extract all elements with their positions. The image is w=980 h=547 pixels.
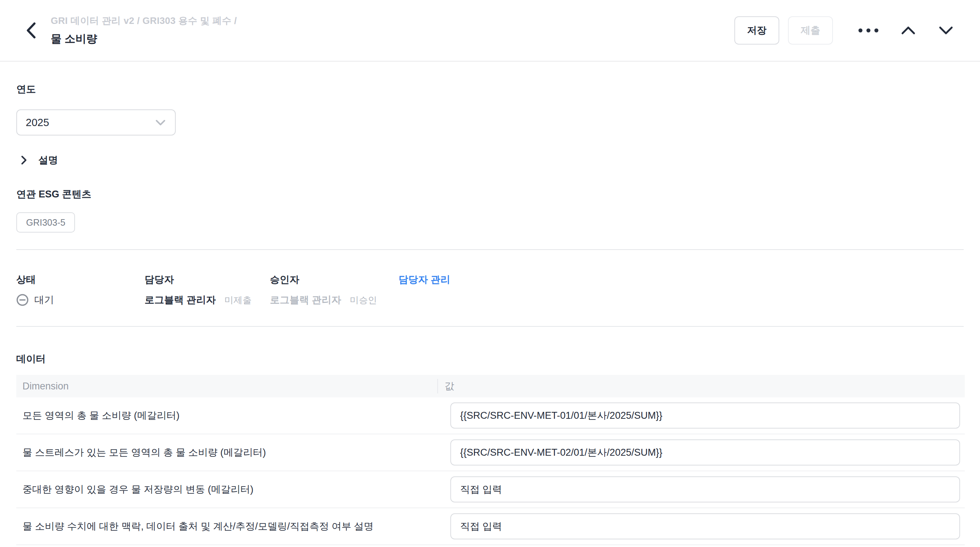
data-table: Dimension 값 모든 영역의 총 물 소비량 (메갈리터) 물 스트레스…	[16, 375, 965, 545]
description-label: 설명	[38, 154, 58, 167]
value-cell	[437, 476, 965, 502]
breadcrumb: GRI 데이터 관리 v2 / GRI303 용수 및 폐수 /	[51, 14, 237, 27]
page-title: 물 소비량	[51, 32, 237, 46]
column-header-value: 값	[437, 379, 965, 393]
dimension-cell: 중대한 영향이 있을 경우 물 저장량의 변동 (메갈리터)	[16, 483, 437, 496]
data-section-label: 데이터	[16, 327, 964, 365]
related-content-label: 연관 ESG 콘텐츠	[16, 188, 964, 200]
value-input[interactable]	[450, 402, 960, 429]
toolbar-actions: 저장 제출	[734, 16, 958, 45]
assignee-column: 담당자 로그블랙 관리자 미제출	[145, 274, 270, 307]
value-input[interactable]	[450, 513, 960, 539]
value-input[interactable]	[450, 439, 960, 466]
submit-button[interactable]: 제출	[788, 16, 833, 45]
next-item-button[interactable]	[934, 19, 958, 42]
chevron-down-icon	[156, 119, 165, 126]
status-column: 상태 대기	[16, 274, 145, 307]
approver-badge: 미승인	[350, 294, 377, 306]
more-menu-button[interactable]	[857, 19, 880, 42]
dimension-cell: 모든 영역의 총 물 소비량 (메갈리터)	[16, 409, 437, 422]
chevron-left-icon	[26, 22, 37, 39]
value-cell	[437, 439, 965, 466]
dimension-cell: 물 스트레스가 있는 모든 영역의 총 물 소비량 (메갈리터)	[16, 446, 437, 459]
status-section: 상태 대기 담당자 로그블랙 관리자 미제출 승인자	[16, 250, 964, 307]
toolbar: GRI 데이터 관리 v2 / GRI303 용수 및 폐수 / 물 소비량 저…	[0, 0, 980, 62]
related-tag-chip[interactable]: GRI303-5	[16, 212, 75, 232]
table-row: 모든 영역의 총 물 소비량 (메갈리터)	[16, 398, 965, 434]
value-cell	[437, 402, 965, 429]
back-button[interactable]	[22, 19, 40, 42]
approver-label: 승인자	[270, 274, 399, 285]
ellipsis-icon	[858, 28, 878, 33]
manage-column: 담당자 관리	[399, 274, 450, 307]
column-header-dimension: Dimension	[16, 381, 437, 392]
year-select[interactable]: 2025	[16, 110, 176, 135]
manage-assignees-link[interactable]: 담당자 관리	[399, 274, 450, 285]
year-select-value: 2025	[26, 117, 49, 129]
save-button[interactable]: 저장	[734, 16, 779, 45]
related-content-tags: GRI303-5	[16, 212, 964, 232]
chevron-right-icon	[21, 156, 27, 165]
approver-value: 로그블랙 관리자 미승인	[270, 293, 399, 307]
assignee-label: 담당자	[145, 274, 270, 285]
year-label: 연도	[16, 83, 964, 95]
assignee-badge: 미제출	[224, 294, 252, 306]
prev-item-button[interactable]	[897, 19, 920, 42]
content: 연도 2025 설명 연관 ESG 콘텐츠 GRI303-5 상태	[0, 83, 980, 545]
description-toggle[interactable]: 설명	[16, 154, 964, 167]
status-state-text: 대기	[34, 293, 54, 307]
value-input[interactable]	[450, 476, 960, 502]
page: GRI 데이터 관리 v2 / GRI303 용수 및 폐수 / 물 소비량 저…	[0, 0, 980, 547]
approver-name: 로그블랙 관리자	[270, 293, 341, 307]
approver-column: 승인자 로그블랙 관리자 미승인	[270, 274, 399, 307]
table-row: 중대한 영향이 있을 경우 물 저장량의 변동 (메갈리터)	[16, 471, 965, 508]
chevron-down-icon	[939, 26, 953, 35]
chevron-up-icon	[901, 26, 915, 35]
status-value: 대기	[16, 293, 145, 307]
title-block: GRI 데이터 관리 v2 / GRI303 용수 및 폐수 / 물 소비량	[51, 14, 237, 46]
table-row: 물 소비량 수치에 대한 맥락, 데이터 출처 및 계산/추정/모델링/직접측정…	[16, 508, 965, 545]
value-cell	[437, 513, 965, 539]
circle-minus-icon	[16, 294, 29, 306]
assignee-name: 로그블랙 관리자	[145, 293, 216, 307]
dimension-cell: 물 소비량 수치에 대한 맥락, 데이터 출처 및 계산/추정/모델링/직접측정…	[16, 520, 437, 533]
assignee-value: 로그블랙 관리자 미제출	[145, 293, 270, 307]
table-header-row: Dimension 값	[16, 375, 965, 398]
status-label: 상태	[16, 274, 145, 285]
table-row: 물 스트레스가 있는 모든 영역의 총 물 소비량 (메갈리터)	[16, 434, 965, 471]
